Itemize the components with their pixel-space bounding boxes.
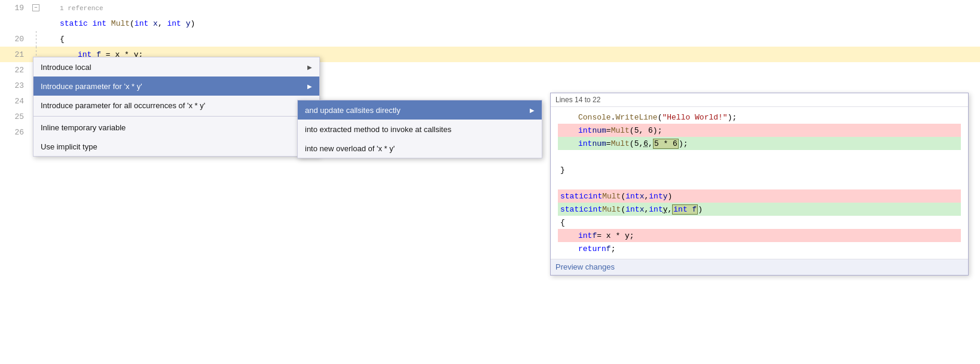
menu-arrow-param-xy: ▶ (307, 83, 312, 90)
preview-line-9: { (558, 216, 961, 229)
preview-y1: y (663, 192, 668, 201)
context-menu-level1: Introduce local ▶ Introduce parameter fo… (33, 57, 320, 157)
preview-int7: int (625, 205, 639, 214)
preview-f3: f (606, 244, 611, 253)
code-line-19b: static int Mult(int x, int y) (0, 16, 980, 31)
line-number-25: 25 (0, 112, 30, 121)
preview-line-10: int f = x * y; (558, 229, 961, 242)
preview-int6: int (588, 205, 602, 214)
preview-code-area: Console.WriteLine("Hello World!"); int n… (551, 107, 968, 259)
preview-int8: int (649, 205, 663, 214)
preview-line-7: static int Mult(int x, int y) (558, 189, 961, 203)
preview-console: Console (578, 113, 611, 122)
preview-int10: int (578, 231, 592, 240)
preview-line-6 (558, 176, 961, 189)
paren1: ( (130, 19, 135, 28)
preview-assign1: = (606, 126, 611, 135)
preview-line-8: static int Mult(int x, int y, int f) (558, 203, 961, 216)
collapse-icon-19[interactable]: − (32, 4, 39, 11)
context-menu-level2: and update callsites directly ▶ into ext… (297, 100, 542, 158)
preview-f2: f (592, 231, 597, 240)
preview-changes-link[interactable]: Preview changes (555, 262, 615, 271)
param-y: y (186, 19, 191, 28)
submenu-item-update-callsites[interactable]: and update callsites directly ▶ (298, 100, 542, 120)
paren2: ) (191, 19, 196, 28)
code-line-19: 19 − 1 reference (0, 0, 980, 16)
preview-brace2: { (560, 218, 565, 227)
preview-title: Lines 14 to 22 (551, 93, 968, 107)
preview-mult1: Mult (611, 126, 630, 135)
preview-args2c: ); (679, 139, 688, 148)
method-name: Mult (111, 19, 130, 28)
preview-static1: static (560, 192, 588, 201)
preview-title-text: Lines 14 to 22 (555, 96, 600, 104)
preview-assign3: = x * y; (597, 231, 634, 240)
preview-y2-underline: y (663, 205, 668, 214)
menu-item-introduce-param-all[interactable]: Introduce parameter for all occurrences … (33, 96, 319, 115)
menu-item-introduce-param-xy-label: Introduce parameter for 'x * y' (41, 82, 142, 91)
menu-item-use-implicit[interactable]: Use implicit type (33, 137, 319, 156)
menu-item-introduce-param-xy[interactable]: Introduce parameter for 'x * y' ▶ (33, 77, 319, 96)
submenu-item-into-overload-label: into new overload of 'x * y' (305, 144, 395, 153)
preview-panel: Lines 14 to 22 Console.WriteLine("Hello … (550, 93, 969, 276)
preview-paren5: ) (668, 192, 673, 201)
line-number-24: 24 (0, 97, 30, 106)
kw-int2: int (135, 19, 153, 28)
gutter-20 (30, 31, 42, 47)
preview-writeline: WriteLine (615, 113, 657, 122)
menu-item-introduce-local[interactable]: Introduce local ▶ (33, 57, 319, 77)
preview-line-4 (558, 150, 961, 163)
menu-item-introduce-local-label: Introduce local (41, 63, 91, 72)
line-number-22: 22 (0, 66, 30, 75)
submenu-item-into-extracted[interactable]: into extracted method to invoke at calls… (298, 120, 542, 139)
line-number-23: 23 (0, 81, 30, 90)
preview-line-3: int num = Mult(5, 6, 5 * 6); (558, 137, 961, 150)
preview-paren6: ) (698, 205, 703, 214)
preview-line-2: int num = Mult(5, 6); (558, 124, 961, 137)
preview-int1: int (578, 126, 592, 135)
preview-x1: x (640, 192, 645, 201)
preview-footer: Preview changes (551, 259, 968, 275)
menu-item-inline-temp[interactable]: Inline temporary variable (33, 118, 319, 137)
preview-int3: int (588, 192, 602, 201)
preview-comma2: , (644, 192, 649, 201)
kw-static: static (60, 19, 93, 28)
kw-int: int (93, 19, 111, 28)
preview-intf-box: int f (672, 204, 698, 215)
ref-hint: 1 reference (60, 5, 103, 12)
preview-int5: int (649, 192, 663, 201)
code-line-20: 20 { (0, 31, 980, 47)
preview-x2: x (640, 205, 645, 214)
preview-mult2: Mult (611, 139, 630, 148)
menu-separator (33, 116, 319, 117)
line-number-26: 26 (0, 128, 30, 137)
preview-num2: num (592, 139, 606, 148)
line-number-19: 19 (0, 4, 30, 13)
preview-mult3: Mult (602, 192, 621, 201)
preview-line-5: } (558, 163, 961, 176)
kw-int3: int (167, 19, 186, 28)
editor-area: 19 − 1 reference static int Mult(int x, … (0, 0, 980, 364)
preview-semi: ; (611, 244, 616, 253)
line-content-20: { (42, 35, 65, 44)
preview-mult4: Mult (602, 205, 621, 214)
preview-5x6-box: 5 * 6 (653, 139, 679, 149)
submenu-item-into-extracted-label: into extracted method to invoke at calls… (305, 125, 451, 134)
submenu-arrow-update: ▶ (530, 107, 535, 114)
preview-return: return (578, 244, 606, 253)
param-x: x (153, 19, 158, 28)
comma1: , (158, 19, 167, 28)
line-number-21: 21 (0, 50, 30, 59)
preview-line-11: return f; (558, 242, 961, 255)
preview-f1: f (692, 205, 697, 214)
preview-str: "Hello World!" (662, 113, 727, 122)
preview-int4: int (625, 192, 639, 201)
vline-20 (36, 31, 36, 47)
preview-paren4: ); (728, 113, 737, 122)
submenu-item-update-callsites-label: and update callsites directly (305, 106, 401, 115)
preview-assign2: = (606, 139, 611, 148)
menu-item-inline-temp-label: Inline temporary variable (41, 123, 126, 132)
menu-arrow-local: ▶ (307, 64, 312, 71)
submenu-item-into-overload[interactable]: into new overload of 'x * y' (298, 139, 542, 158)
menu-item-introduce-param-all-label: Introduce parameter for all occurrences … (41, 101, 205, 110)
